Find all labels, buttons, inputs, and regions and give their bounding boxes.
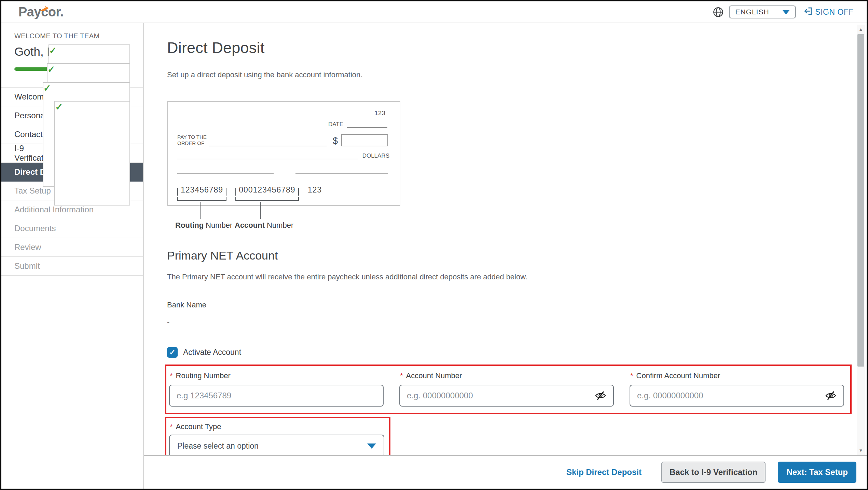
- account-type-value: Please select an option: [177, 441, 259, 451]
- sidebar-item-label: Submit: [14, 261, 40, 271]
- routing-number-field: * Routing Number: [169, 370, 384, 407]
- vertical-scrollbar: ▲ ▼: [857, 25, 865, 455]
- sign-off-button[interactable]: SIGN OFF: [803, 6, 854, 18]
- logo-text: Pay: [18, 5, 41, 19]
- check-payto-line: [209, 146, 327, 146]
- sample-check-graphic: 123 DATE PAY TO THE ORDER OF $ DOLL: [167, 101, 400, 239]
- bank-name-value: -: [167, 318, 852, 327]
- check-payto-label: PAY TO THE ORDER OF: [177, 134, 207, 146]
- logo-text-end: or.: [48, 5, 64, 19]
- activate-account-label: Activate Account: [183, 348, 241, 357]
- routing-bracket: [177, 197, 226, 201]
- required-asterisk: *: [630, 371, 633, 380]
- check-dollar-sign: $: [333, 136, 338, 146]
- check-memo-line: [177, 173, 274, 174]
- account-number-label: Account Number: [406, 371, 462, 380]
- sidebar-item-label: Review: [14, 242, 41, 252]
- check-micr-row: 123456789 000123456789 123: [177, 185, 322, 201]
- sidebar-item-label: Personal: [14, 111, 47, 120]
- show-hide-eye-icon[interactable]: [595, 391, 606, 401]
- paycor-logo: Paycor.: [18, 5, 64, 19]
- micr-check-number: 123: [308, 185, 322, 195]
- top-header: Paycor. ENGLISH SIGN OFF: [1, 1, 867, 23]
- sidebar-item-label: Tax Setup: [14, 186, 51, 196]
- micr-account-group: 000123456789: [235, 185, 299, 201]
- sidebar-item-label: Contact: [14, 130, 43, 139]
- scroll-up-arrow[interactable]: ▲: [857, 25, 865, 34]
- check-date-line: [347, 127, 387, 128]
- check-dollars-line: [177, 159, 358, 159]
- micr-routing-group: 123456789: [177, 185, 226, 201]
- routing-number-callout: RoutingNumber: [175, 221, 232, 230]
- sidebar-item-label: Additional Information: [14, 205, 94, 214]
- routing-connector-line: [200, 202, 201, 219]
- sidebar-menu: Welcome ✓ Personal ✓ Contact ✓ I-9 Verif…: [1, 87, 143, 276]
- check-image: 123 DATE PAY TO THE ORDER OF $ DOLL: [167, 101, 400, 206]
- sidebar-item-i9-verification[interactable]: I-9 Verification ✓: [1, 144, 143, 163]
- logo-arrow-icon: [40, 0, 49, 14]
- page-title: Direct Deposit: [167, 39, 852, 57]
- sidebar-item-review: Review: [1, 238, 143, 257]
- onboarding-sidebar: WELCOME TO THE TEAM Goth, Bella 40% Comp…: [1, 23, 144, 489]
- account-number-field: * Account Number: [399, 370, 614, 407]
- check-amount-box: [341, 134, 388, 146]
- welcome-label: WELCOME TO THE TEAM: [14, 32, 130, 40]
- page-subtitle: Set up a direct deposit using the bank a…: [167, 70, 852, 79]
- scrollbar-thumb[interactable]: [857, 34, 864, 367]
- routing-number-label: Routing Number: [176, 371, 231, 380]
- scroll-down-arrow[interactable]: ▼: [857, 446, 865, 455]
- confirm-account-number-input[interactable]: [630, 385, 844, 407]
- sidebar-item-submit: Submit: [1, 257, 143, 276]
- next-button[interactable]: Next: Tax Setup: [778, 462, 856, 483]
- section-description: The Primary NET account will receive the…: [167, 273, 852, 281]
- sidebar-item-label: Documents: [14, 224, 56, 233]
- back-button[interactable]: Back to I-9 Verification: [661, 462, 766, 483]
- main-panel: Direct Deposit Set up a direct deposit u…: [144, 23, 867, 489]
- check-number: 123: [374, 109, 385, 117]
- section-heading: Primary NET Account: [167, 249, 852, 262]
- confirm-account-number-label: Confirm Account Number: [636, 371, 720, 380]
- sign-off-label: SIGN OFF: [815, 8, 854, 17]
- micr-account-number: 000123456789: [235, 185, 299, 195]
- required-asterisk: *: [400, 371, 403, 380]
- account-type-label: Account Type: [176, 422, 221, 431]
- validation-outline-fields: * Routing Number * Account Number: [165, 365, 852, 414]
- chevron-down-icon: [367, 443, 376, 449]
- required-asterisk: *: [170, 422, 173, 431]
- micr-routing-number: 123456789: [177, 185, 226, 195]
- sidebar-item-documents: Documents: [1, 219, 143, 238]
- action-footer: Skip Direct Deposit Back to I-9 Verifica…: [144, 455, 867, 489]
- check-icon: ✓: [54, 101, 130, 206]
- globe-icon: [713, 7, 724, 17]
- checkbox-check-icon: ✓: [169, 348, 175, 357]
- account-number-input[interactable]: [399, 385, 614, 407]
- account-bracket: [235, 197, 299, 201]
- language-select-value: ENGLISH: [735, 8, 769, 16]
- check-dollars-label: DOLLARS: [362, 153, 389, 159]
- skip-direct-deposit-link[interactable]: Skip Direct Deposit: [566, 467, 642, 477]
- check-signature-line: [295, 173, 388, 174]
- account-number-callout: AccountNumber: [235, 221, 293, 230]
- confirm-account-number-field: * Confirm Account Number: [630, 370, 844, 407]
- sign-off-icon: [803, 6, 813, 18]
- account-type-select[interactable]: Please select an option: [169, 435, 384, 457]
- bank-name-label: Bank Name: [167, 301, 852, 309]
- show-hide-eye-icon[interactable]: [825, 391, 837, 401]
- language-select[interactable]: ENGLISH: [729, 5, 796, 18]
- required-asterisk: *: [170, 371, 173, 380]
- routing-number-input[interactable]: [169, 385, 384, 407]
- check-date-label: DATE: [328, 121, 343, 128]
- chevron-down-icon: [782, 10, 790, 14]
- activate-account-checkbox[interactable]: ✓: [167, 347, 178, 358]
- account-connector-line: [260, 202, 261, 219]
